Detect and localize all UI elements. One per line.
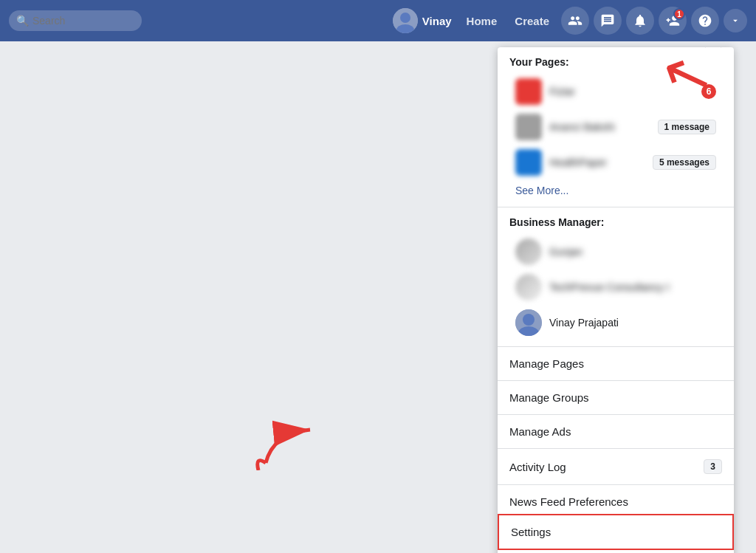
nav-icons: 1 xyxy=(561,7,747,35)
menu-items: Manage Pages Manage Groups Manage Ads Ac… xyxy=(498,347,734,553)
page-item-1[interactable]: Fiztar 6 xyxy=(509,74,722,109)
svg-point-4 xyxy=(523,314,535,326)
nav-links: Home Create xyxy=(467,15,549,27)
biz-avatar-3 xyxy=(515,309,542,336)
manage-ads-label: Manage Ads xyxy=(509,425,571,438)
biz-item-2[interactable]: TechPrevue Consultancy I xyxy=(509,269,722,305)
main-content: ↗ Your Pages: Fiztar 6 Ananci Bakshi 1 m… xyxy=(0,41,756,553)
dropdown-menu: Your Pages: Fiztar 6 Ananci Bakshi 1 mes… xyxy=(498,47,734,553)
home-link[interactable]: Home xyxy=(467,15,498,27)
see-more-link[interactable]: See More... xyxy=(509,180,722,201)
page-avatar-2 xyxy=(515,114,542,140)
biz-name-2: TechPrevue Consultancy I xyxy=(549,281,670,293)
biz-avatar-1 xyxy=(515,238,542,265)
avatar xyxy=(393,8,418,33)
search-input[interactable] xyxy=(9,10,142,31)
page-name-2: Ananci Bakshi xyxy=(549,121,650,133)
biz-name-1: Gunjan xyxy=(549,246,583,258)
messenger-icon-btn[interactable] xyxy=(594,7,622,35)
manage-groups-label: Manage Groups xyxy=(509,391,589,404)
biz-name-3: Vinay Prajapati xyxy=(549,317,619,329)
navbar: 🔍 Vinay Home Create xyxy=(0,0,756,41)
page-item-3[interactable]: HealthPaper 5 messages xyxy=(509,145,722,180)
business-manager-title: Business Manager: xyxy=(509,216,722,228)
biz-item-1[interactable]: Gunjan xyxy=(509,234,722,269)
manage-pages-label: Manage Pages xyxy=(509,357,584,370)
activity-log-item[interactable]: Activity Log 3 xyxy=(498,449,734,485)
create-link[interactable]: Create xyxy=(515,15,549,27)
svg-point-1 xyxy=(400,13,410,23)
nav-user[interactable]: Vinay xyxy=(393,8,452,33)
page-item-2[interactable]: Ananci Bakshi 1 message xyxy=(509,109,722,145)
page-message-badge-3: 5 messages xyxy=(653,155,716,170)
annotation-arrow-settings xyxy=(251,389,340,473)
page-badge-1: 6 xyxy=(701,84,716,99)
biz-avatar-2 xyxy=(515,274,542,300)
settings-label: Settings xyxy=(511,526,551,538)
manage-groups-item[interactable]: Manage Groups xyxy=(498,381,734,415)
notification-badge: 1 xyxy=(673,8,685,20)
page-name-3: HealthPaper xyxy=(549,157,645,168)
page-message-badge-2: 1 message xyxy=(658,120,716,134)
find-friends-icon-btn[interactable]: 1 xyxy=(659,7,687,35)
page-avatar-1 xyxy=(515,78,542,105)
news-feed-preferences-label: News Feed Preferences xyxy=(509,495,628,508)
search-wrapper: 🔍 xyxy=(9,10,142,31)
page-name-1: Fiztar xyxy=(549,86,694,97)
your-pages-title: Your Pages: xyxy=(509,56,722,68)
manage-pages-item[interactable]: Manage Pages xyxy=(498,347,734,381)
settings-item[interactable]: Settings xyxy=(498,514,734,550)
log-out-item[interactable]: Log Out xyxy=(498,550,734,553)
business-manager-section: Business Manager: Gunjan TechPrevue Cons… xyxy=(498,207,734,347)
your-pages-section: Your Pages: Fiztar 6 Ananci Bakshi 1 mes… xyxy=(498,47,734,207)
help-icon-btn[interactable] xyxy=(691,7,719,35)
account-dropdown-btn[interactable] xyxy=(724,9,747,32)
friends-icon-btn[interactable] xyxy=(561,7,589,35)
news-feed-preferences-item[interactable]: News Feed Preferences xyxy=(498,485,734,514)
activity-log-count: 3 xyxy=(704,459,722,474)
notifications-icon-btn[interactable] xyxy=(626,7,654,35)
manage-ads-item[interactable]: Manage Ads xyxy=(498,415,734,449)
page-avatar-3 xyxy=(515,149,542,176)
activity-log-label: Activity Log xyxy=(509,461,566,473)
biz-item-3[interactable]: Vinay Prajapati xyxy=(509,305,722,340)
user-name: Vinay xyxy=(422,15,452,27)
